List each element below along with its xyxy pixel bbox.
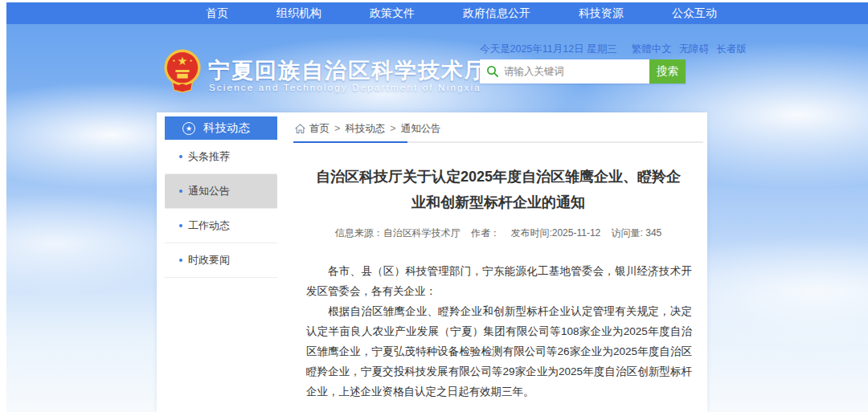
svg-text:★: ★ (172, 59, 175, 63)
link-accessibility[interactable]: 无障碍 (679, 43, 710, 56)
header-utility-row: 今天是2025年11月12日 星期三 繁體中文 无障碍 长者版 (480, 43, 705, 56)
breadcrumb-divider (293, 141, 703, 143)
article-meta: 信息来源：自治区科学技术厅 作者： 发布时间:2025-11-12 访问量: 3… (293, 226, 703, 240)
svg-text:★: ★ (189, 59, 192, 63)
search-button[interactable]: 搜索 (649, 59, 686, 84)
meta-source: 信息来源：自治区科学技术厅 (335, 227, 461, 239)
site-subtitle-en: Science and Technology Department of Nin… (209, 83, 481, 92)
sidebar-header: ★ 科技动态 (165, 116, 277, 140)
breadcrumb-notices[interactable]: 通知公告 (401, 122, 441, 136)
search-bar: 搜索 (480, 59, 686, 84)
sidebar: ★ 科技动态 头条推荐 通知公告 工作动态 时政要闻 (165, 116, 277, 278)
content-panel: ★ 科技动态 头条推荐 通知公告 工作动态 时政要闻 (157, 112, 707, 412)
breadcrumb-separator: > (334, 123, 340, 134)
nav-item-public-interaction[interactable]: 公众互动 (648, 2, 741, 24)
bullet-dot-icon (179, 190, 182, 193)
link-traditional-chinese[interactable]: 繁體中文 (632, 43, 672, 56)
star-circle-icon: ★ (182, 122, 195, 135)
sidebar-item-current-politics[interactable]: 时政要闻 (165, 243, 277, 278)
main-content: 首页 > 科技动态 > 通知公告 自治区科技厅关于认定2025年度自治区雏鹰企业… (293, 119, 703, 412)
sidebar-item-work-updates[interactable]: 工作动态 (165, 209, 277, 243)
nav-item-tech-resources[interactable]: 科技资源 (555, 2, 648, 24)
sidebar-item-label: 通知公告 (188, 184, 230, 198)
bullet-dot-icon (179, 259, 182, 262)
sidebar-item-headlines[interactable]: 头条推荐 (165, 140, 277, 174)
nav-item-policy-documents[interactable]: 政策文件 (346, 2, 439, 24)
sidebar-item-notices[interactable]: 通知公告 (165, 174, 277, 209)
search-icon (486, 65, 499, 78)
article-body: 各市、县（区）科技管理部门，宁东能源化工基地管委会，银川经济技术开发区管委会，各… (306, 261, 692, 402)
breadcrumb-tech-news[interactable]: 科技动态 (345, 122, 385, 136)
top-navigation: 首页 组织机构 政策文件 政府信息公开 科技资源 公众互动 (6, 2, 868, 24)
home-icon (295, 124, 305, 134)
meta-publish-time: 发布时间:2025-11-12 (510, 227, 600, 239)
search-input[interactable] (504, 66, 649, 77)
nav-item-gov-info-disclosure[interactable]: 政府信息公开 (439, 2, 555, 24)
site-title: 宁夏回族自治区科学技术厅 (208, 56, 488, 85)
article-paragraph: 各市、县（区）科技管理部门，宁东能源化工基地管委会，银川经济技术开发区管委会，各… (306, 261, 692, 301)
svg-text:★: ★ (178, 55, 188, 67)
article-title: 自治区科技厅关于认定2025年度自治区雏鹰企业、瞪羚企业和创新型标杆企业的通知 (314, 164, 682, 215)
site-header: ★ ★ ★ 宁夏回族自治区科学技术厅 Science and Technolog… (0, 24, 868, 112)
meta-author: 作者： (471, 227, 500, 239)
bullet-dot-icon (179, 224, 182, 227)
nav-item-organization[interactable]: 组织机构 (252, 2, 346, 24)
breadcrumb-separator: > (390, 123, 395, 134)
nav-item-home[interactable]: 首页 (182, 2, 252, 24)
national-emblem-logo: ★ ★ ★ (163, 48, 202, 93)
sidebar-item-label: 头条推荐 (188, 149, 230, 164)
current-date-text: 今天是2025年11月12日 星期三 (480, 43, 617, 56)
sidebar-item-label: 时政要闻 (188, 253, 230, 267)
breadcrumb: 首页 > 科技动态 > 通知公告 (293, 119, 703, 138)
article-paragraph: 根据自治区雏鹰企业、瞪羚企业和创新型标杆企业认定管理有关规定，决定认定半亩良人农… (306, 301, 692, 402)
sidebar-header-label: 科技动态 (203, 120, 250, 136)
link-senior-version[interactable]: 长者版 (716, 43, 747, 56)
breadcrumb-home[interactable]: 首页 (309, 122, 330, 136)
breadcrumb-divider-active (293, 141, 407, 143)
bullet-dot-icon (179, 155, 182, 158)
meta-visits: 访问量: 345 (612, 227, 662, 239)
sidebar-item-label: 工作动态 (188, 218, 230, 233)
sidebar-menu: 头条推荐 通知公告 工作动态 时政要闻 (165, 140, 277, 278)
